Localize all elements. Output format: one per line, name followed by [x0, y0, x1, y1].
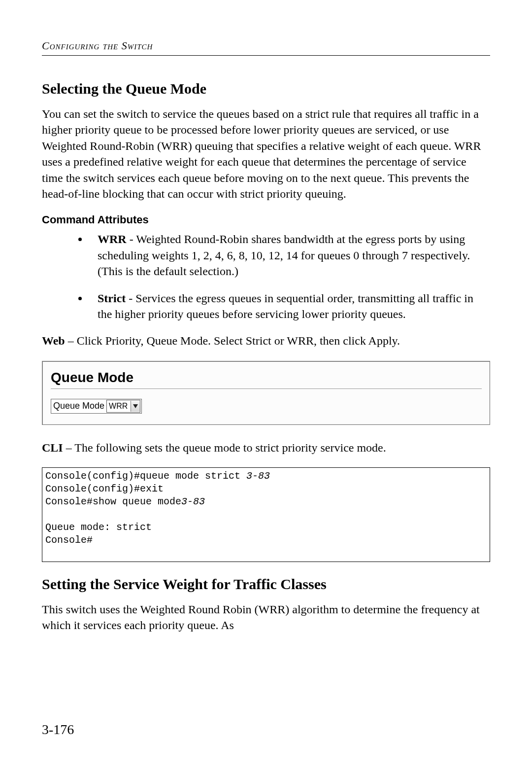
web-text: – Click Priority, Queue Mode. Select Str… [65, 334, 400, 347]
cli-instruction: CLI – The following sets the queue mode … [42, 440, 490, 456]
chevron-down-icon[interactable] [131, 401, 140, 412]
queue-mode-label: Queue Mode [52, 400, 106, 412]
cli-text: – The following sets the queue mode to s… [63, 441, 386, 454]
panel-separator [51, 388, 482, 389]
list-item: WRR - Weighted Round-Robin shares bandwi… [89, 231, 490, 279]
queue-mode-panel: Queue Mode Queue Mode WRR [42, 361, 490, 425]
cli-output-block: Console(config)#queue mode strict 3-83 C… [42, 467, 490, 562]
queue-mode-select[interactable]: WRR [106, 400, 140, 413]
attr-desc-wrr: - Weighted Round-Robin shares bandwidth … [98, 233, 470, 278]
cli-page-ref: 3-83 [246, 470, 270, 482]
queue-mode-select-value: WRR [107, 402, 131, 411]
running-head: Configuring the Switch [42, 39, 490, 56]
section-title-queue-mode: Selecting the Queue Mode [42, 80, 490, 97]
cli-line: Queue mode: strict [45, 522, 152, 533]
running-head-text: Configuring the Switch [42, 39, 153, 52]
section-title-service-weight: Setting the Service Weight for Traffic C… [42, 576, 490, 593]
cli-lead: CLI [42, 441, 63, 454]
cli-line: Console(config)#queue mode strict [45, 470, 246, 482]
web-instruction: Web – Click Priority, Queue Mode. Select… [42, 333, 490, 349]
queue-mode-row: Queue Mode WRR [51, 399, 142, 414]
attr-name-wrr: WRR [98, 233, 127, 246]
cli-line: Console# [45, 534, 93, 546]
attr-desc-strict: - Services the egress queues in sequenti… [98, 292, 473, 320]
command-attributes-list: WRR - Weighted Round-Robin shares bandwi… [69, 231, 490, 322]
page-number: 3-176 [42, 722, 74, 738]
intro-paragraph: You can set the switch to service the qu… [42, 106, 490, 202]
document-page: Configuring the Switch Selecting the Que… [0, 0, 532, 774]
cli-page-ref: 3-83 [181, 496, 205, 507]
cli-line: Console(config)#exit [45, 483, 164, 494]
command-attributes-heading: Command Attributes [42, 213, 490, 226]
cli-line: Console#show queue mode [45, 496, 181, 507]
section2-intro: This switch uses the Weighted Round Robi… [42, 601, 490, 633]
panel-title: Queue Mode [51, 370, 482, 386]
web-lead: Web [42, 334, 65, 347]
svg-marker-0 [133, 404, 138, 408]
attr-name-strict: Strict [98, 292, 126, 305]
list-item: Strict - Services the egress queues in s… [89, 290, 490, 322]
